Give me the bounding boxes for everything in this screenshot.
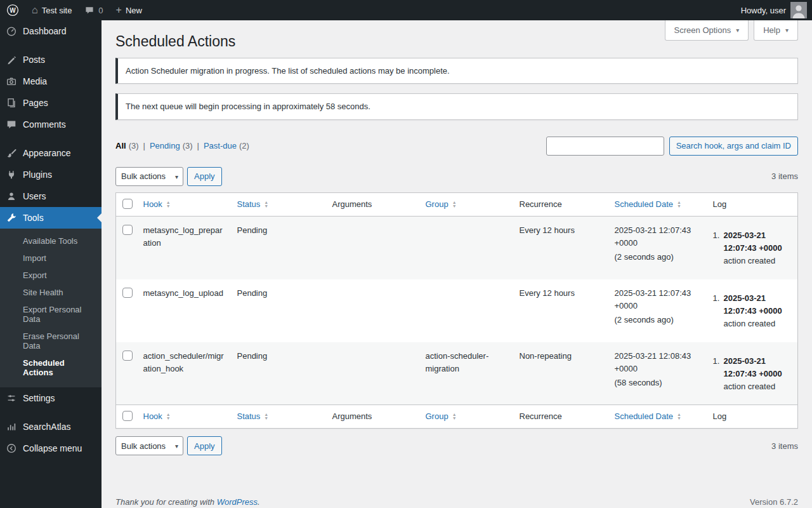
bulk-actions-select[interactable]: Bulk actions (115, 167, 183, 186)
table-header-row: Hook ▲▼ Status ▲▼ Arguments Group (116, 192, 798, 216)
menu-separator (0, 135, 102, 142)
sidebar-item-label: Pages (23, 98, 48, 108)
sort-hook-link[interactable]: Hook ▲▼ (143, 198, 171, 211)
column-header-label: Group (426, 198, 449, 211)
row-checkbox[interactable] (122, 225, 133, 235)
group-cell (419, 217, 513, 279)
filter-pending-link[interactable]: Pending (150, 141, 180, 150)
sort-status-link[interactable]: Status ▲▼ (237, 410, 269, 423)
items-count: 3 items (771, 171, 798, 181)
site-name-label: Test site (42, 6, 72, 15)
svg-text:W: W (10, 7, 16, 14)
sort-status-link[interactable]: Status ▲▼ (237, 198, 269, 211)
submenu-item-import[interactable]: Import (0, 250, 102, 267)
status-cell: Pending (231, 217, 326, 279)
items-count: 3 items (771, 441, 798, 451)
bulk-actions-select[interactable]: Bulk actions (115, 436, 183, 455)
menu-separator (0, 42, 102, 49)
footer-column-header-group: Group ▲▼ (419, 405, 513, 429)
log-index: 1. (713, 355, 724, 393)
footer-column-header-status: Status ▲▼ (231, 405, 326, 429)
sidebar-item-label: SearchAtlas (23, 422, 70, 432)
submenu-item-available-tools[interactable]: Available Tools (0, 232, 102, 250)
sort-icon: ▲▼ (166, 413, 171, 420)
sort-scheduled-date-link[interactable]: Scheduled Date ▲▼ (615, 198, 681, 211)
site-name-link[interactable]: ⌂ Test site (25, 0, 78, 20)
comments-link[interactable]: 0 (78, 0, 109, 20)
wordpress-link[interactable]: WordPress (217, 497, 258, 507)
my-account-link[interactable]: Howdy, user (741, 0, 812, 20)
apply-button[interactable]: Apply (187, 167, 222, 186)
log-text: action created (724, 382, 776, 391)
sidebar-item-label: Appearance (23, 148, 71, 158)
select-all-checkbox[interactable] (122, 199, 133, 209)
submenu-item-scheduled-actions[interactable]: Scheduled Actions (0, 354, 102, 381)
footer-column-header-arguments: Arguments (326, 405, 419, 429)
sort-group-link[interactable]: Group ▲▼ (426, 198, 457, 211)
sidebar-item-dashboard[interactable]: Dashboard (0, 20, 102, 42)
sidebar-item-appearance[interactable]: Appearance (0, 142, 102, 164)
filter-past-due-link[interactable]: Past-due (204, 141, 237, 150)
scheduled-date: 2025-03-21 12:07:43 +0000 (615, 224, 700, 250)
filter-row: All (3) | Pending (3) | Past-due (2) Sea… (115, 137, 798, 156)
column-header-label: Hook (143, 198, 162, 211)
admin-footer: Thank you for creating with WordPress. V… (102, 497, 812, 507)
arguments-cell (326, 279, 419, 342)
submenu-item-export[interactable]: Export (0, 267, 102, 284)
search-input[interactable] (546, 137, 664, 156)
sidebar-item-comments[interactable]: Comments (0, 114, 102, 135)
log-index: 1. (713, 292, 724, 330)
column-header-label: Hook (143, 410, 162, 423)
column-header-scheduled-date: Scheduled Date ▲▼ (608, 192, 707, 216)
footer-column-header-log: Log (707, 405, 798, 429)
submenu-item-export-personal-data[interactable]: Export Personal Data (0, 301, 102, 328)
sidebar-item-posts[interactable]: Posts (0, 49, 102, 70)
screen-options-button[interactable]: Screen Options ▾ (665, 20, 749, 41)
hook-cell: metasync_log_preparation (137, 217, 231, 279)
collapse-menu-button[interactable]: Collapse menu (0, 438, 102, 459)
sidebar-item-tools[interactable]: Tools (0, 207, 102, 229)
help-button[interactable]: Help ▾ (754, 20, 798, 41)
search-submit-button[interactable]: Search hook, args and claim ID (669, 137, 798, 156)
scheduled-note: (2 seconds ago) (615, 251, 700, 264)
dashboard-icon (5, 25, 18, 37)
scheduled-date-cell: 2025-03-21 12:07:43 +0000 (2 seconds ago… (608, 279, 707, 342)
column-header-label: Scheduled Date (615, 410, 674, 423)
column-header-log: Log (707, 192, 798, 216)
sidebar-item-users[interactable]: Users (0, 185, 102, 207)
filter-all-link[interactable]: All (115, 141, 126, 150)
comments-icon (5, 118, 18, 131)
column-header-label: Status (237, 410, 261, 423)
filter-past-due: Past-due (2) (204, 141, 249, 150)
sidebar-item-plugins[interactable]: Plugins (0, 164, 102, 185)
select-all-checkbox[interactable] (122, 411, 133, 421)
sort-hook-link[interactable]: Hook ▲▼ (143, 410, 171, 423)
log-date: 2025-03-21 12:07:43 +0000 (724, 356, 782, 378)
row-checkbox[interactable] (122, 351, 133, 361)
users-icon (5, 190, 18, 203)
recurrence-cell: Every 12 hours (513, 279, 608, 342)
sidebar-item-searchatlas[interactable]: SearchAtlas (0, 416, 102, 438)
hook-cell: action_scheduler/migration_hook (137, 342, 231, 405)
sidebar-item-pages[interactable]: Pages (0, 92, 102, 114)
wordpress-logo-button[interactable]: W (0, 0, 25, 20)
filter-all: All (3) | (115, 141, 150, 150)
notice-text: Action Scheduler migration in progress. … (126, 66, 450, 76)
submenu-item-erase-personal-data[interactable]: Erase Personal Data (0, 328, 102, 354)
sidebar-item-label: Users (23, 191, 46, 201)
submenu-item-site-health[interactable]: Site Health (0, 284, 102, 301)
sort-group-link[interactable]: Group ▲▼ (426, 410, 457, 423)
screen-meta-links: Screen Options ▾ Help ▾ (665, 20, 798, 41)
sort-icon: ▲▼ (452, 413, 457, 420)
column-header-label: Scheduled Date (615, 198, 674, 211)
scheduled-note: (58 seconds) (615, 377, 700, 389)
wordpress-logo-icon: W (6, 4, 19, 17)
new-label: New (126, 6, 142, 15)
sidebar-item-media[interactable]: Media (0, 70, 102, 92)
footer-column-header-scheduled-date: Scheduled Date ▲▼ (608, 405, 707, 429)
apply-button[interactable]: Apply (187, 436, 222, 455)
sidebar-item-settings[interactable]: Settings (0, 387, 102, 409)
sort-scheduled-date-link[interactable]: Scheduled Date ▲▼ (615, 410, 681, 423)
new-content-link[interactable]: + New (110, 0, 148, 20)
row-checkbox[interactable] (122, 288, 133, 298)
